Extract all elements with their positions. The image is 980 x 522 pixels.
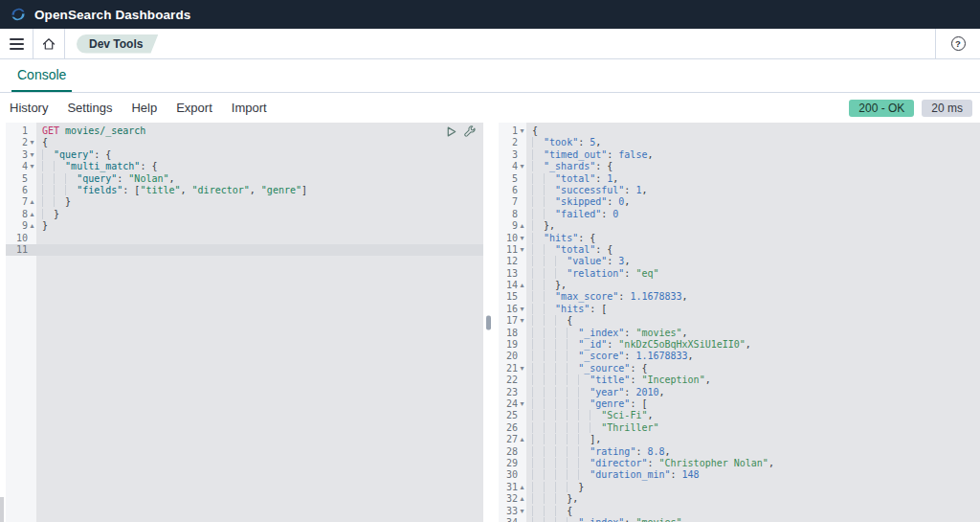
line-number: 6 bbox=[499, 185, 526, 196]
home-button[interactable] bbox=[33, 29, 64, 58]
line-number: 5 bbox=[499, 173, 526, 185]
send-request-button[interactable] bbox=[445, 125, 457, 138]
fold-toggle-icon[interactable]: ▴ bbox=[518, 434, 526, 445]
fold-toggle-icon[interactable]: ▴ bbox=[518, 280, 526, 291]
code-line: 34 "_index": "movies", bbox=[499, 517, 980, 522]
code-line[interactable]: 11 bbox=[6, 244, 483, 256]
code-text: "failed": 0 bbox=[526, 209, 980, 220]
code-line: 26 "Thriller" bbox=[499, 422, 980, 434]
code-text: }, bbox=[526, 220, 980, 232]
toolbar-item-import[interactable]: Import bbox=[232, 101, 267, 115]
fold-toggle-icon[interactable]: ▾ bbox=[518, 506, 526, 517]
splitter-drag-handle[interactable] bbox=[486, 315, 491, 329]
divider bbox=[64, 29, 65, 58]
code-line: 29 "director": "Christopher Nolan", bbox=[499, 458, 980, 469]
code-text[interactable] bbox=[36, 244, 483, 256]
fold-toggle-icon[interactable]: ▾ bbox=[518, 244, 526, 256]
code-text[interactable]: "fields": ["title", "director", "genre"] bbox=[36, 185, 483, 196]
code-line[interactable]: 2▾{ bbox=[6, 137, 483, 148]
code-line[interactable]: 5 "query": "Nolan", bbox=[6, 173, 483, 185]
code-text[interactable]: "multi_match": { bbox=[36, 161, 483, 172]
menu-button[interactable] bbox=[0, 29, 33, 58]
code-text: { bbox=[526, 125, 980, 137]
app-header: OpenSearch Dashboards bbox=[0, 0, 980, 29]
code-line[interactable]: 9▴} bbox=[6, 220, 483, 232]
fold-toggle-icon[interactable]: ▾ bbox=[28, 137, 36, 148]
line-number: 1▾ bbox=[499, 125, 526, 137]
code-text[interactable]: } bbox=[36, 196, 483, 208]
code-line: 19 "_id": "nkDzC5oBqHxXSiU1eII0", bbox=[499, 339, 980, 351]
code-line: 22 "title": "Inception", bbox=[499, 374, 980, 386]
code-text[interactable]: "query": "Nolan", bbox=[36, 173, 483, 185]
fold-toggle-icon[interactable]: ▾ bbox=[518, 233, 526, 244]
line-number: 8▴ bbox=[6, 209, 36, 220]
line-number: 22 bbox=[499, 374, 526, 386]
toolbar-item-export[interactable]: Export bbox=[176, 101, 212, 115]
panel-splitter[interactable] bbox=[483, 123, 499, 522]
line-number: 26 bbox=[499, 422, 526, 434]
fold-toggle-icon[interactable]: ▴ bbox=[28, 196, 36, 208]
code-text: "hits": { bbox=[526, 233, 980, 244]
fold-toggle-icon[interactable]: ▾ bbox=[518, 398, 526, 410]
fold-toggle-icon[interactable]: ▴ bbox=[518, 220, 526, 232]
code-text: { bbox=[526, 315, 980, 327]
code-text[interactable]: GET movies/_search bbox=[36, 125, 483, 137]
code-line[interactable]: 7▴ } bbox=[6, 196, 483, 208]
code-text[interactable]: } bbox=[36, 209, 483, 220]
toolbar-item-settings[interactable]: Settings bbox=[67, 101, 112, 115]
code-line[interactable]: 3▾ "query": { bbox=[6, 149, 483, 161]
code-line[interactable]: 8▴ } bbox=[6, 209, 483, 220]
fold-toggle-icon[interactable]: ▾ bbox=[28, 149, 36, 161]
code-text[interactable]: } bbox=[36, 220, 483, 232]
request-editor[interactable]: 1GET movies/_search2▾{3▾ "query": {4▾ "m… bbox=[0, 123, 483, 522]
fold-toggle-icon[interactable]: ▴ bbox=[518, 493, 526, 505]
code-line: 13 "relation": "eq" bbox=[499, 268, 980, 280]
code-text: "director": "Christopher Nolan", bbox=[526, 458, 980, 469]
code-text: "total": { bbox=[526, 244, 980, 256]
code-text: "_id": "nkDzC5oBqHxXSiU1eII0", bbox=[526, 339, 980, 351]
line-number: 16▾ bbox=[499, 304, 526, 315]
code-text: }, bbox=[526, 493, 980, 505]
fold-toggle-icon[interactable]: ▴ bbox=[28, 209, 36, 220]
code-line[interactable]: 10 bbox=[6, 233, 483, 244]
breadcrumb-dev-tools[interactable]: Dev Tools bbox=[77, 34, 158, 54]
code-text: { bbox=[526, 506, 980, 517]
toolbar-item-history[interactable]: History bbox=[10, 101, 48, 115]
code-text: "value": 3, bbox=[526, 256, 980, 267]
code-line: 4▾ "_shards": { bbox=[499, 161, 980, 172]
fold-toggle-icon[interactable]: ▾ bbox=[518, 363, 526, 374]
scrollbar-thumb[interactable] bbox=[0, 497, 4, 522]
duration-badge: 20 ms bbox=[922, 100, 972, 117]
line-number: 33▾ bbox=[499, 506, 526, 517]
help-button[interactable]: ? bbox=[936, 29, 980, 58]
code-text: "skipped": 0, bbox=[526, 196, 980, 208]
fold-toggle-icon[interactable]: ▾ bbox=[518, 125, 526, 137]
code-text[interactable]: "query": { bbox=[36, 149, 483, 161]
code-text: "_source": { bbox=[526, 363, 980, 374]
fold-toggle-icon[interactable]: ▾ bbox=[518, 315, 526, 327]
line-number: 7▴ bbox=[6, 196, 36, 208]
fold-toggle-icon[interactable]: ▾ bbox=[518, 304, 526, 315]
console-toolbar: History Settings Help Export Import 200 … bbox=[0, 93, 980, 123]
fold-toggle-icon[interactable]: ▾ bbox=[28, 161, 36, 172]
code-text[interactable] bbox=[36, 233, 483, 244]
code-line: 15 "max_score": 1.1678833, bbox=[499, 291, 980, 303]
code-text: "successful": 1, bbox=[526, 185, 980, 196]
code-line[interactable]: 4▾ "multi_match": { bbox=[6, 161, 483, 172]
line-number: 19 bbox=[499, 339, 526, 351]
toolbar-item-help[interactable]: Help bbox=[131, 101, 157, 115]
tab-console[interactable]: Console bbox=[11, 59, 72, 92]
code-text: "genre": [ bbox=[526, 398, 980, 410]
code-text: "title": "Inception", bbox=[526, 374, 980, 386]
code-text[interactable]: { bbox=[36, 137, 483, 148]
line-number: 9▴ bbox=[6, 220, 36, 232]
code-line[interactable]: 1GET movies/_search bbox=[6, 125, 483, 137]
fold-toggle-icon[interactable]: ▾ bbox=[518, 161, 526, 172]
code-line[interactable]: 6 "fields": ["title", "director", "genre… bbox=[6, 185, 483, 196]
toolbar-status: 200 - OK 20 ms bbox=[849, 100, 972, 117]
fold-toggle-icon[interactable]: ▴ bbox=[28, 220, 36, 232]
request-options-wrench-icon[interactable] bbox=[463, 125, 476, 138]
line-number: 27▴ bbox=[499, 434, 526, 445]
fold-toggle-icon[interactable]: ▴ bbox=[518, 482, 526, 493]
code-line: 21▾ "_source": { bbox=[499, 363, 980, 374]
